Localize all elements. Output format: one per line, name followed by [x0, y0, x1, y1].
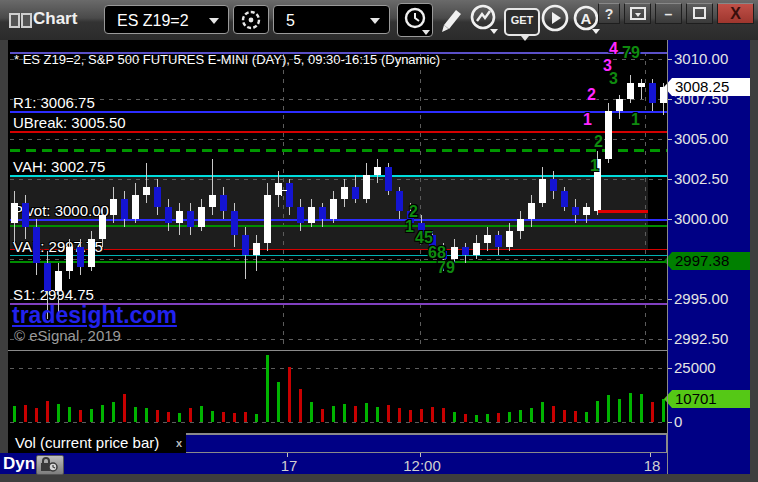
chevron-down-icon [422, 30, 430, 35]
price-pane[interactable] [8, 40, 667, 351]
price-axis[interactable] [667, 40, 750, 474]
symbol-value: ES Z19=2 [105, 12, 189, 29]
window-titlebar: Chart ES Z19=2 5 [0, 0, 758, 41]
minimize-button[interactable]: – [655, 3, 682, 24]
window-frame-bottom [0, 474, 758, 482]
volume-pane[interactable] [8, 351, 667, 433]
window-title: Chart [33, 9, 77, 29]
tab-vol-indicator[interactable]: Vol (current price bar) x [8, 433, 186, 453]
get-button[interactable]: GET [504, 8, 540, 36]
chevron-down-icon [209, 18, 219, 24]
time-axis[interactable] [0, 453, 750, 474]
maximize-icon [693, 7, 706, 19]
window-frame-left [0, 40, 8, 474]
interval-value: 5 [274, 12, 295, 29]
play-button[interactable] [540, 3, 570, 37]
play-icon [540, 3, 570, 33]
tab-strip [186, 434, 667, 453]
lock-clock-icon [37, 456, 61, 472]
window-frame-right [750, 40, 758, 474]
chart-window: Chart ES Z19=2 5 [0, 0, 758, 482]
chevron-down-icon [370, 18, 380, 24]
symbol-dropdown[interactable]: ES Z19=2 [104, 5, 229, 34]
dyn-label: Dyn [3, 454, 35, 474]
svg-text:A: A [581, 10, 592, 27]
popout-button[interactable] [624, 3, 651, 24]
pencil-icon [437, 3, 465, 33]
close-button[interactable]: X [717, 3, 754, 24]
trendline-tool-button[interactable] [468, 3, 498, 37]
time-template-button[interactable] [397, 3, 433, 37]
pane-divider [8, 350, 667, 351]
get-icon: GET [511, 14, 534, 26]
draw-pencil-button[interactable] [437, 3, 467, 37]
interval-dropdown[interactable]: 5 [273, 5, 390, 34]
axis-separator [667, 40, 668, 474]
gear-icon [239, 8, 263, 32]
trendline-icon [468, 3, 500, 35]
tab-label: Vol (current price bar) [8, 434, 159, 451]
tab-close-icon[interactable]: x [176, 433, 182, 453]
time-lock-button[interactable] [36, 455, 64, 475]
popout-icon [630, 7, 646, 20]
clock-icon [402, 6, 428, 32]
maximize-button[interactable] [686, 3, 713, 24]
chart-window-icon [9, 13, 33, 32]
symbol-settings-button[interactable] [233, 5, 269, 34]
help-button[interactable]: ? [598, 3, 620, 24]
